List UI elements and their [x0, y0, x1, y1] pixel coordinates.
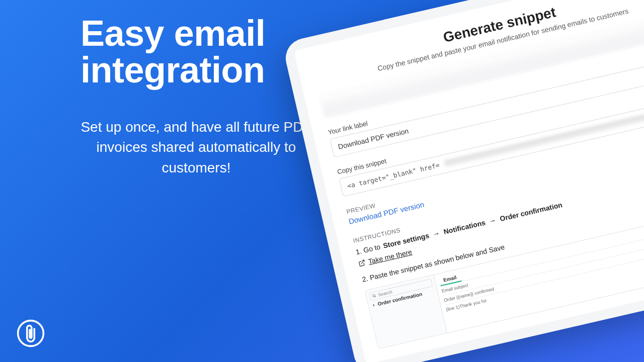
external-link-icon	[358, 259, 366, 267]
mini-search-text: Search	[377, 289, 392, 297]
hero-title-line1: Easy email	[80, 13, 265, 53]
search-icon	[372, 294, 377, 299]
hero-subtitle: Set up once, and have all future PDF inv…	[80, 117, 312, 178]
svg-point-2	[373, 294, 376, 297]
step1-prefix: 1. Go to	[355, 243, 381, 256]
arrow-icon: →	[431, 229, 442, 239]
svg-line-3	[375, 296, 376, 297]
hero-title: Easy email integration	[80, 15, 312, 89]
tablet-mockup: Generate snippet Copy the snippet and pa…	[282, 0, 644, 362]
arrow-icon: →	[487, 216, 498, 226]
paperclip-logo-icon	[16, 319, 45, 348]
hero-title-line2: integration	[80, 50, 265, 90]
chevron-left-icon	[371, 303, 376, 308]
